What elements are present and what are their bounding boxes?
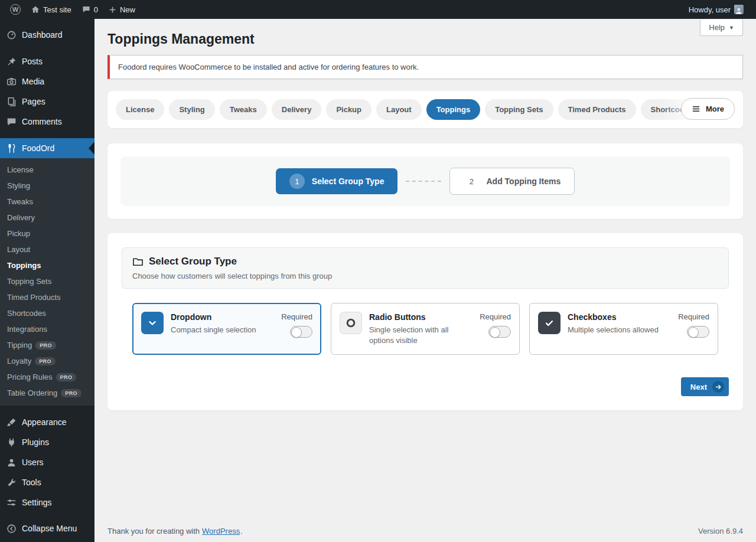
submenu-item-layout[interactable]: Layout — [0, 241, 94, 257]
required-label: Required — [678, 312, 709, 321]
sidebar-item-settings[interactable]: Settings — [0, 492, 94, 512]
step-label: Add Topping Items — [486, 177, 561, 186]
wordpress-logo-icon[interactable]: W — [5, 0, 26, 19]
site-name-link[interactable]: Test site — [26, 0, 77, 19]
collapse-arrow-icon — [6, 523, 17, 534]
footer-thanks: Thank you for creating withWordPress. — [107, 527, 243, 536]
submenu-item-loyalty[interactable]: LoyaltyPRO — [0, 353, 94, 369]
tab-tweaks[interactable]: Tweaks — [220, 99, 267, 120]
new-content-button[interactable]: New — [103, 0, 141, 19]
tab-timed-products[interactable]: Timed Products — [558, 99, 636, 120]
new-label: New — [120, 5, 135, 14]
tab-toppings[interactable]: Toppings — [426, 99, 481, 120]
pro-badge: PRO — [61, 389, 82, 397]
page-title: Toppings Management — [107, 19, 743, 47]
step-number: 2 — [464, 174, 479, 189]
more-tabs-button[interactable]: More — [681, 98, 735, 120]
site-name-label: Test site — [43, 5, 71, 14]
sidebar-item-comments[interactable]: Comments — [0, 112, 94, 132]
sidebar-item-posts[interactable]: Posts — [0, 51, 94, 71]
pages-icon — [6, 96, 17, 107]
option-checkboxes[interactable]: Checkboxes Multiple selections allowed R… — [529, 303, 718, 355]
submenu-item-table-ordering[interactable]: Table OrderingPRO — [0, 385, 94, 401]
sidebar-label: FoodOrd — [22, 143, 54, 153]
sidebar-item-tools[interactable]: Tools — [0, 472, 94, 492]
sidebar-label: Settings — [22, 498, 52, 507]
submenu-item-toppings[interactable]: Toppings — [0, 257, 94, 273]
stepper-card: 1 Select Group Type 2 Add Topping Items — [107, 143, 743, 219]
required-label: Required — [480, 312, 511, 321]
dashboard-icon — [6, 30, 17, 40]
step-number: 1 — [289, 174, 305, 189]
step-1-select-group-type[interactable]: 1 Select Group Type — [276, 168, 398, 194]
sidebar-label: Dashboard — [22, 30, 63, 40]
chevron-down-icon: ▼ — [729, 25, 734, 31]
wrench-icon — [6, 477, 17, 488]
radio-circle-icon — [340, 312, 362, 334]
tab-pickup[interactable]: Pickup — [326, 99, 372, 120]
sidebar-item-foodord[interactable]: FoodOrd — [0, 138, 94, 158]
submenu-item-tipping[interactable]: TippingPRO — [0, 337, 94, 353]
option-radio-buttons[interactable]: Radio Buttons Single selection with all … — [331, 303, 520, 355]
plugin-icon — [6, 437, 17, 448]
submenu-item-shortcodes[interactable]: Shortcodes — [0, 305, 94, 321]
step-connector — [406, 181, 441, 182]
submenu-item-pickup[interactable]: Pickup — [0, 226, 94, 241]
submenu-item-topping-sets[interactable]: Topping Sets — [0, 273, 94, 289]
wordpress-link[interactable]: WordPress — [202, 527, 240, 536]
sidebar-label: Appearance — [22, 417, 67, 427]
submenu-item-delivery[interactable]: Delivery — [0, 210, 94, 226]
next-label: Next — [690, 383, 707, 391]
required-toggle[interactable] — [687, 326, 709, 338]
group-type-options: Dropdown Compact single selection Requir… — [122, 303, 729, 355]
help-button[interactable]: Help ▼ — [700, 19, 743, 36]
submenu-item-styling[interactable]: Styling — [0, 178, 94, 194]
next-button[interactable]: Next — [681, 377, 729, 396]
sidebar-item-appearance[interactable]: Appearance — [0, 412, 94, 432]
submenu-item-integrations[interactable]: Integrations — [0, 321, 94, 337]
submenu-item-tweaks[interactable]: Tweaks — [0, 194, 94, 210]
sidebar-label: Comments — [22, 117, 62, 126]
comment-count: 0 — [94, 5, 98, 14]
submenu-item-pricing-rules[interactable]: Pricing RulesPRO — [0, 369, 94, 385]
sidebar-label: Tools — [22, 478, 41, 487]
option-title: Dropdown — [171, 312, 274, 322]
paintbrush-icon — [6, 417, 17, 427]
admin-sidebar: Dashboard Posts Media Pages Comments Foo… — [0, 19, 94, 542]
howdy-user-link[interactable]: Howdy, user — [683, 0, 749, 19]
sidebar-item-plugins[interactable]: Plugins — [0, 432, 94, 452]
avatar — [734, 5, 744, 14]
submenu-item-license[interactable]: License — [0, 162, 94, 178]
option-description: Single selection with all options visibl… — [369, 325, 464, 345]
group-type-subheading: Choose how customers will select topping… — [132, 272, 718, 280]
sidebar-item-dashboard[interactable]: Dashboard — [0, 25, 94, 45]
tab-delivery[interactable]: Delivery — [272, 99, 322, 120]
sidebar-item-users[interactable]: Users — [0, 452, 94, 472]
help-label: Help — [709, 23, 725, 32]
required-toggle[interactable] — [290, 326, 312, 338]
tab-topping-sets[interactable]: Topping Sets — [485, 99, 553, 120]
submenu-item-timed-products[interactable]: Timed Products — [0, 289, 94, 305]
group-type-card: Select Group Type Choose how customers w… — [107, 233, 743, 410]
group-type-heading: Select Group Type — [149, 256, 237, 267]
settings-tabs: License Styling Tweaks Delivery Pickup L… — [107, 91, 743, 128]
step-2-add-topping-items[interactable]: 2 Add Topping Items — [449, 168, 575, 195]
hamburger-icon — [692, 105, 700, 113]
sidebar-label: Posts — [22, 57, 43, 66]
comments-icon — [6, 116, 17, 127]
sidebar-item-media[interactable]: Media — [0, 71, 94, 92]
sidebar-item-pages[interactable]: Pages — [0, 92, 94, 112]
foodord-submenu: License Styling Tweaks Delivery Pickup L… — [0, 158, 94, 406]
required-toggle[interactable] — [488, 326, 511, 338]
admin-footer: Thank you for creating withWordPress. Ve… — [107, 527, 743, 536]
tab-license[interactable]: License — [116, 99, 164, 120]
group-type-header: Select Group Type Choose how customers w… — [122, 247, 729, 289]
option-dropdown[interactable]: Dropdown Compact single selection Requir… — [132, 303, 321, 355]
sidebar-label: Users — [22, 458, 44, 467]
tab-layout[interactable]: Layout — [376, 99, 422, 120]
main-content: Help ▼ Toppings Management Foodord requi… — [94, 19, 756, 542]
tab-styling[interactable]: Styling — [169, 99, 214, 120]
collapse-menu-button[interactable]: Collapse Menu — [0, 518, 94, 538]
sidebar-label: Pages — [22, 97, 45, 106]
comments-count-link[interactable]: 0 — [77, 0, 103, 19]
